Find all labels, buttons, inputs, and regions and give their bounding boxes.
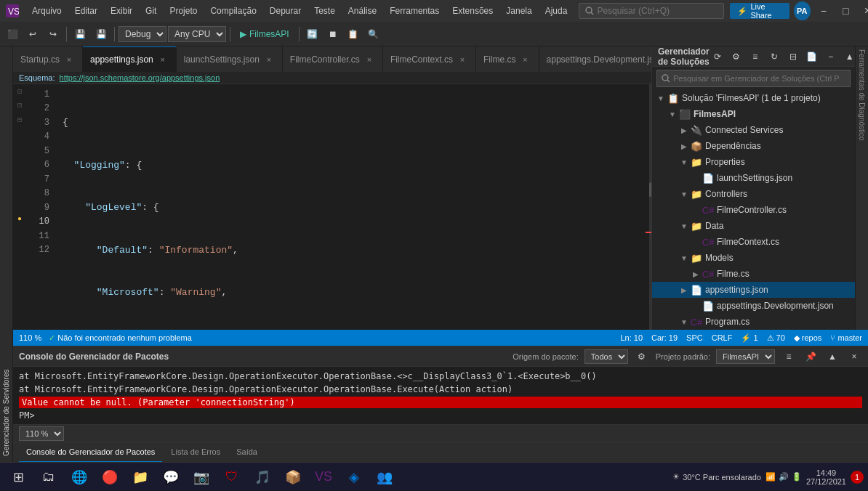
bottom-content[interactable]: at Microsoft.EntityFrameworkCore.Design.… bbox=[13, 367, 868, 424]
title-search-input[interactable] bbox=[597, 6, 706, 16]
editor-scrollbar[interactable] bbox=[641, 84, 651, 330]
collapse-icon-1[interactable]: ⊟ bbox=[17, 87, 22, 96]
status-errors[interactable]: ⚡ 1 bbox=[741, 333, 758, 343]
tab-saida[interactable]: Saída bbox=[229, 442, 265, 463]
notification-badge[interactable]: 1 bbox=[851, 471, 864, 484]
tab-appsettings-dev[interactable]: appsettings.Development.json × bbox=[539, 46, 651, 72]
taskbar-camera-icon[interactable]: 📷 bbox=[188, 463, 215, 491]
menu-exibir[interactable]: Exibir bbox=[105, 0, 138, 22]
tab-startup[interactable]: Startup.cs × bbox=[13, 46, 83, 72]
tree-models[interactable]: ▼ 📁 Models bbox=[652, 250, 855, 266]
tree-properties[interactable]: ▼ 📁 Properties bbox=[652, 154, 855, 170]
save-all-btn[interactable]: 💾 bbox=[92, 25, 110, 44]
menu-analise[interactable]: Análise bbox=[342, 0, 382, 22]
tab-filmecontext[interactable]: FilmeContext.cs × bbox=[383, 46, 476, 72]
menu-editar[interactable]: Editar bbox=[69, 0, 103, 22]
tree-appsettings-dev[interactable]: 📄 appsettings.Development.json bbox=[652, 298, 855, 314]
tab-filmecontroller-close[interactable]: × bbox=[363, 54, 375, 65]
code-content[interactable]: { "Logging": { "LogLevel": { "Default": … bbox=[57, 84, 641, 330]
tree-filmesapi[interactable]: ▼ ⬛ FilmesAPI bbox=[652, 106, 855, 122]
bp-list-btn[interactable]: ≡ bbox=[781, 349, 797, 365]
se-refresh-btn[interactable]: ↻ bbox=[766, 49, 782, 65]
tree-data[interactable]: ▼ 📁 Data bbox=[652, 218, 855, 234]
menu-git[interactable]: Git bbox=[140, 0, 162, 22]
se-filter-btn[interactable]: ≡ bbox=[747, 49, 763, 65]
se-props-btn[interactable]: ⚙ bbox=[728, 49, 744, 65]
tree-filme[interactable]: ▶ C# Filme.cs bbox=[652, 266, 855, 282]
close-button[interactable]: × bbox=[859, 3, 868, 19]
menu-arquivo[interactable]: Arquivo bbox=[26, 0, 68, 22]
tree-filmecontroller[interactable]: C# FilmeController.cs bbox=[652, 202, 855, 218]
tree-controllers[interactable]: ▼ 📁 Controllers bbox=[652, 186, 855, 202]
new-project-btn[interactable]: ⬛ bbox=[3, 25, 22, 44]
tab-lista-erros[interactable]: Lista de Erros bbox=[164, 442, 228, 463]
tree-solution[interactable]: ▼ 📋 Solução 'FilmesAPI' (1 de 1 projeto) bbox=[652, 90, 855, 106]
taskbar-spotify-icon[interactable]: 🎵 bbox=[249, 463, 276, 491]
bp-close-btn[interactable]: × bbox=[846, 349, 862, 365]
tree-program[interactable]: ▼ C# Program.cs bbox=[652, 314, 855, 330]
menu-extensoes[interactable]: Extensões bbox=[446, 0, 499, 22]
code-editor[interactable]: ⊟ ⊟ ⊟ ● bbox=[13, 84, 651, 330]
taskbar-skype-icon[interactable]: 💬 bbox=[157, 463, 185, 491]
bottom-zoom-select[interactable]: 110 % bbox=[19, 426, 64, 441]
solution-search-box[interactable] bbox=[656, 70, 851, 87]
bp-settings-btn[interactable]: ⚙ bbox=[634, 349, 650, 365]
server-explorer-tab[interactable]: Gerenciador de Servidores bbox=[0, 46, 12, 462]
tab-appsettings[interactable]: appsettings.json × bbox=[83, 46, 177, 72]
tree-launchsettings[interactable]: 📄 launchSettings.json bbox=[652, 170, 855, 186]
title-search-box[interactable] bbox=[579, 3, 724, 19]
live-share-button[interactable]: ⚡ Live Share bbox=[730, 3, 789, 19]
tab-filmecontroller[interactable]: FilmeController.cs × bbox=[283, 46, 383, 72]
refresh-btn[interactable]: 🔄 bbox=[303, 25, 322, 44]
taskbar-vs-icon[interactable]: VS bbox=[310, 463, 337, 491]
save-btn[interactable]: 💾 bbox=[71, 25, 89, 44]
menu-teste[interactable]: Teste bbox=[308, 0, 341, 22]
user-avatar[interactable]: PA bbox=[794, 1, 811, 20]
undo-btn[interactable]: ↩ bbox=[23, 25, 42, 44]
tree-dependencias[interactable]: ▶ 📦 Dependências bbox=[652, 138, 855, 154]
taskbar-vsc-icon[interactable]: ◈ bbox=[340, 463, 368, 491]
se-collapse-btn[interactable]: ⊟ bbox=[785, 49, 801, 65]
collapse-icon-2[interactable]: ⊟ bbox=[17, 101, 22, 110]
tree-appsettings[interactable]: ▶ 📄 appsettings.json bbox=[652, 282, 855, 298]
taskbar-windows-btn[interactable]: ⊞ bbox=[4, 463, 32, 491]
status-zoom[interactable]: 110 % bbox=[19, 333, 41, 342]
projeto-select[interactable]: FilmesAPI bbox=[716, 349, 775, 364]
taskbar-clock[interactable]: 14:49 27/12/2021 bbox=[806, 468, 846, 486]
status-branch[interactable]: ⑂ master bbox=[830, 333, 862, 342]
tab-startup-close[interactable]: × bbox=[63, 54, 75, 65]
toolbar-btn3[interactable]: 🔍 bbox=[364, 25, 383, 44]
menu-compilacao[interactable]: Compilação bbox=[204, 0, 262, 22]
tree-filmecontext[interactable]: C# FilmeContext.cs bbox=[652, 234, 855, 250]
schema-url[interactable]: https://json.schemastore.org/appsettings… bbox=[60, 73, 220, 82]
menu-ferramentas[interactable]: Ferramentas bbox=[384, 0, 445, 22]
tree-connected-services[interactable]: ▶ 🔌 Connected Services bbox=[652, 122, 855, 138]
minimize-button[interactable]: − bbox=[815, 3, 832, 19]
se-sync-btn[interactable]: ⟳ bbox=[710, 49, 726, 65]
taskbar-pkg-icon[interactable]: 📦 bbox=[279, 463, 307, 491]
status-repo[interactable]: ◆ repos bbox=[794, 333, 822, 343]
menu-depurar[interactable]: Depurar bbox=[264, 0, 307, 22]
collapse-icon-3[interactable]: ⊟ bbox=[17, 115, 22, 124]
tab-filme-close[interactable]: × bbox=[520, 54, 531, 65]
origem-select[interactable]: Todos bbox=[584, 349, 628, 364]
taskbar-file-icon[interactable]: 📁 bbox=[126, 463, 154, 491]
status-warnings[interactable]: ⚠ 70 bbox=[767, 333, 785, 343]
tab-filme[interactable]: Filme.cs × bbox=[476, 46, 539, 72]
diagnostics-tab[interactable]: Ferramentas de Diagnóstico bbox=[858, 46, 866, 144]
menu-janela[interactable]: Janela bbox=[500, 0, 537, 22]
toolbar-btn2[interactable]: 📋 bbox=[344, 25, 363, 44]
solution-search-input[interactable] bbox=[673, 74, 845, 83]
taskbar-edge-icon[interactable]: 🌐 bbox=[65, 463, 93, 491]
platform-select[interactable]: Any CPU bbox=[168, 26, 226, 42]
se-newfile-btn[interactable]: 📄 bbox=[804, 49, 820, 65]
taskbar-opera-icon[interactable]: 🔴 bbox=[96, 463, 124, 491]
tab-console[interactable]: Console do Gerenciador de Pacotes bbox=[19, 442, 162, 463]
redo-btn[interactable]: ↪ bbox=[44, 25, 63, 44]
run-button[interactable]: ▶ FilmesAPI bbox=[234, 25, 295, 44]
menu-projeto[interactable]: Projeto bbox=[164, 0, 203, 22]
tab-launchsettings-close[interactable]: × bbox=[263, 54, 275, 65]
menu-ajuda[interactable]: Ajuda bbox=[539, 0, 574, 22]
taskbar-teams-icon[interactable]: 👥 bbox=[371, 463, 398, 491]
tab-filmecontext-close[interactable]: × bbox=[457, 54, 468, 65]
